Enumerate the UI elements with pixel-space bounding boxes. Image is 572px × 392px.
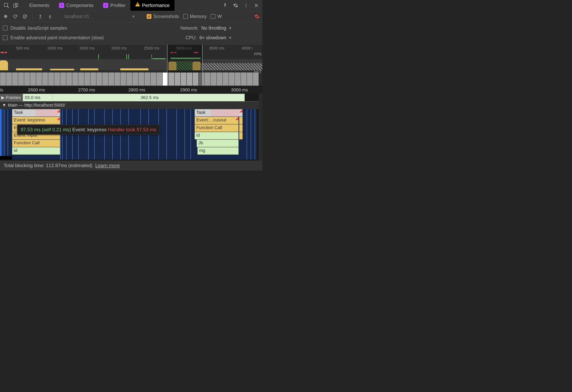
learn-more-link[interactable]: Learn more xyxy=(95,163,120,168)
checkbox-label: Memory xyxy=(190,14,207,19)
warning-icon xyxy=(57,117,60,120)
tab-performance[interactable]: Performance xyxy=(130,0,174,11)
tick-label: 3500 ms xyxy=(209,46,224,50)
checkbox-icon xyxy=(211,14,215,19)
flame-id[interactable]: id xyxy=(194,132,239,139)
record-button[interactable] xyxy=(3,14,8,19)
device-toggle-icon[interactable] xyxy=(13,3,18,8)
enable-paint-checkbox[interactable] xyxy=(3,35,8,40)
timeline-detail: is 2600 ms 2700 ms 2800 ms 2900 ms 3000 … xyxy=(0,86,262,161)
w-checkbox[interactable]: W xyxy=(211,14,222,19)
upload-button[interactable] xyxy=(37,14,43,19)
tab-elements[interactable]: Elements xyxy=(24,0,54,11)
memory-checkbox[interactable]: Memory xyxy=(183,14,207,19)
tick-label: 2000 ms xyxy=(111,46,127,50)
performance-toolbar: localhost #1 ▾ Screenshots Memory W xyxy=(0,11,262,22)
overview-filmstrip xyxy=(0,72,262,86)
tick-label: 1000 ms xyxy=(47,46,63,50)
screenshots-checkbox[interactable]: Screenshots xyxy=(147,14,179,19)
flame-event-cusout[interactable]: Event:…cusout xyxy=(194,117,239,124)
network-label: Network: xyxy=(180,25,199,31)
detail-ruler: is 2600 ms 2700 ms 2800 ms 2900 ms 3000 … xyxy=(0,86,262,94)
chevron-down-icon: ▾ xyxy=(229,25,231,31)
more-tabs-icon[interactable] xyxy=(223,3,227,8)
reload-record-button[interactable] xyxy=(13,14,18,19)
warning-icon xyxy=(57,109,60,112)
tick-label: 2500 ms xyxy=(144,46,159,50)
tick-label: 4000 r xyxy=(242,46,253,50)
capture-settings-gear-icon[interactable] xyxy=(254,14,259,19)
flame-jb[interactable]: Jb xyxy=(197,139,239,147)
cpu-label: CPU: xyxy=(186,35,197,41)
svg-point-6 xyxy=(4,15,7,18)
main-thread-header[interactable]: ▼ Main — http://localhost:5000/ xyxy=(0,101,262,109)
cpu-select[interactable]: 6× slowdown xyxy=(199,35,226,41)
tabbar-right-icons xyxy=(223,3,261,8)
flamechart[interactable]: Task Event: keypress Ev Event. input Fun… xyxy=(0,109,257,160)
tabbar-left-icons xyxy=(2,3,24,8)
tick-label: 3000 ms xyxy=(231,87,248,92)
setting-label: Enable advanced paint instrumentation (s… xyxy=(10,35,104,41)
flame-task[interactable]: Task xyxy=(12,109,60,117)
flame-tooltip: 97.53 ms (self 0.21 ms) Event: keypress … xyxy=(17,125,160,135)
tab-profiler[interactable]: ⚛ Profiler xyxy=(98,0,130,11)
tick-label: 2900 ms xyxy=(180,87,197,92)
frame-segment[interactable]: 03.0 ms xyxy=(23,94,53,101)
overview-cpu-lane xyxy=(0,59,262,70)
tick-label: 1500 ms xyxy=(79,46,95,50)
frame-segment[interactable]: 362.5 ms xyxy=(53,94,245,101)
svg-point-5 xyxy=(246,6,246,7)
tab-label: Components xyxy=(66,3,94,8)
network-select[interactable]: No throttling xyxy=(201,25,226,31)
frames-label: Frames xyxy=(6,95,21,100)
clear-button[interactable] xyxy=(22,14,28,19)
scrollbar[interactable] xyxy=(259,93,262,161)
react-icon: ⚛ xyxy=(59,3,64,8)
recording-source-select[interactable]: localhost #1 ▾ xyxy=(63,14,137,19)
checkbox-icon xyxy=(183,14,188,19)
settings-row-2: Enable advanced paint instrumentation (s… xyxy=(3,33,259,43)
tick-label: 500 ms xyxy=(16,46,29,50)
warning-icon xyxy=(239,109,242,112)
warning-icon xyxy=(135,2,140,6)
tab-label: Elements xyxy=(29,3,49,8)
status-text: Total blocking time: 112.87ms (estimated… xyxy=(4,163,93,168)
frames-header[interactable]: ▶ Frames xyxy=(0,94,23,101)
warning-icon xyxy=(235,117,238,120)
flame-id[interactable]: id xyxy=(12,147,60,155)
inspect-icon[interactable] xyxy=(4,3,9,8)
flame-sliver[interactable] xyxy=(239,124,243,132)
flame-task[interactable]: Task xyxy=(194,109,243,117)
chevron-down-icon: ▾ xyxy=(132,14,135,19)
status-bar: Total blocking time: 112.87ms (estimated… xyxy=(0,161,262,171)
expand-icon: ▶ xyxy=(1,95,5,100)
tooltip-name: Event: keypress xyxy=(72,127,107,132)
tab-components[interactable]: ⚛ Components xyxy=(54,0,98,11)
setting-label: Disable JavaScript samples xyxy=(10,25,67,31)
timeline-overview[interactable]: 500 ms 1000 ms 1500 ms 2000 ms 2500 ms 3… xyxy=(0,45,262,86)
download-button[interactable] xyxy=(47,14,53,19)
separator xyxy=(32,13,33,20)
disable-js-checkbox[interactable] xyxy=(3,26,8,30)
close-icon[interactable] xyxy=(254,3,259,8)
frames-track[interactable]: ▶ Frames 03.0 ms 362.5 ms xyxy=(0,94,262,101)
flame-event-keypress[interactable]: Event: keypress xyxy=(12,117,60,124)
kebab-menu-icon[interactable] xyxy=(244,3,248,8)
tick-label: 2600 ms xyxy=(28,87,45,92)
tick-label: 2700 ms xyxy=(78,87,95,92)
flame-mg[interactable]: mg xyxy=(197,147,239,155)
settings-gear-icon[interactable] xyxy=(233,3,238,8)
tick-label: is xyxy=(0,87,3,92)
flame-function-call[interactable]: Function Call xyxy=(194,124,239,132)
tooltip-warning: Handler took 97.53 ms xyxy=(108,127,156,132)
chevron-down-icon: ▾ xyxy=(229,35,231,41)
flame-sliver[interactable] xyxy=(239,117,243,124)
checkbox-label: W xyxy=(217,14,222,19)
flame-sliver[interactable] xyxy=(239,132,243,139)
settings-row-1: Disable JavaScript samples Network: No t… xyxy=(3,23,259,33)
overview-selection-window[interactable] xyxy=(167,45,203,86)
separator xyxy=(58,13,58,20)
checkbox-icon xyxy=(147,14,151,19)
devtools-tabbar: Elements ⚛ Components ⚛ Profiler Perform… xyxy=(0,0,262,11)
flame-function-call[interactable]: Function Call xyxy=(12,139,60,147)
